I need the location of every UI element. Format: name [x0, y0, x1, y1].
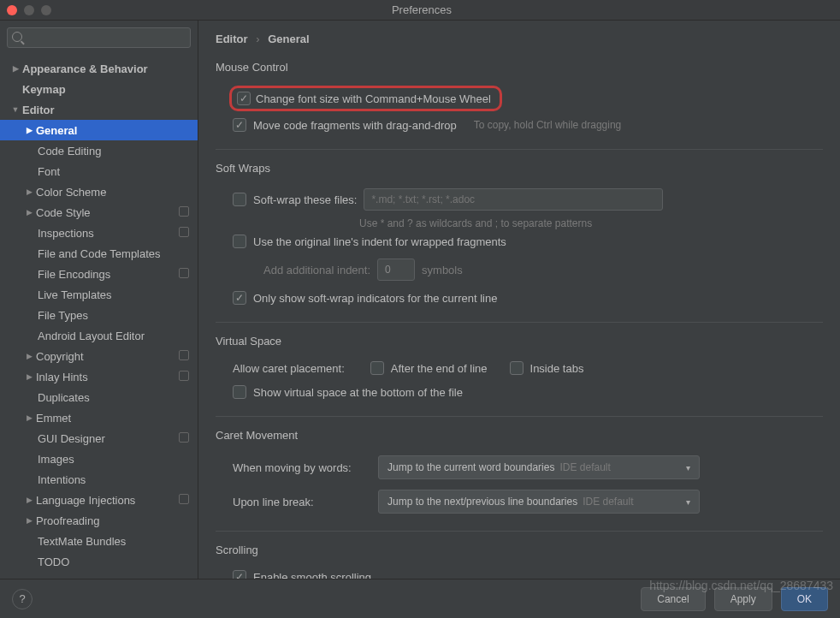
project-icon [179, 350, 189, 360]
breadcrumb-general: General [268, 33, 309, 45]
select-value: Jump to the current word boundaries [387, 461, 554, 473]
tree-label: File and Code Templates [38, 247, 161, 260]
hint-drag: To copy, hold Ctrl while dragging [474, 119, 622, 131]
tree-lang-injections[interactable]: ▶Language Injections [0, 490, 198, 510]
btn-label: Cancel [657, 593, 689, 605]
tree-general[interactable]: ▶General [0, 120, 198, 140]
checkbox-inside-tabs[interactable] [510, 361, 524, 375]
tree-images[interactable]: Images [0, 449, 198, 469]
tree-font[interactable]: Font [0, 161, 198, 181]
tree-copyright[interactable]: ▶Copyright [0, 346, 198, 366]
checkbox-softwrap-files[interactable] [233, 193, 246, 206]
breadcrumb-editor[interactable]: Editor [216, 33, 248, 45]
tree-label: Copyright [36, 350, 84, 363]
tree-label: Inspections [38, 227, 94, 240]
tree-color-scheme[interactable]: ▶Color Scheme [0, 181, 198, 202]
checkbox-after-eol[interactable] [370, 361, 384, 375]
tree-android-layout[interactable]: Android Layout Editor [0, 325, 198, 346]
tree-appearance[interactable]: ▶Appearance & Behavior [0, 58, 198, 79]
select-value: Jump to the next/previous line boundarie… [387, 496, 577, 508]
breadcrumb: Editor › General [216, 33, 823, 45]
tree-inspections[interactable]: Inspections [0, 223, 198, 243]
select-line-break[interactable]: Jump to the next/previous line boundarie… [378, 490, 700, 514]
label-line-break: Upon line break: [233, 496, 370, 508]
help-button[interactable]: ? [12, 589, 33, 609]
btn-label: OK [797, 593, 812, 605]
search-input[interactable] [7, 27, 191, 48]
hint-softwrap-wildcards: Use * and ? as wildcards and ; to separa… [359, 217, 823, 229]
tree-duplicates[interactable]: Duplicates [0, 387, 198, 407]
project-icon [179, 371, 189, 381]
content-pane: Editor › General Mouse Control Change fo… [198, 21, 840, 579]
tree-label: Code Style [36, 206, 91, 219]
cancel-button[interactable]: Cancel [641, 587, 705, 611]
tree-label: Keymap [22, 83, 66, 96]
label-move-drag: Move code fragments with drag-and-drop [253, 119, 457, 132]
tree-code-editing[interactable]: Code Editing [0, 140, 198, 161]
tree-file-types[interactable]: File Types [0, 305, 198, 325]
tree-file-templates[interactable]: File and Code Templates [0, 243, 198, 264]
tree-label: Proofreading [36, 514, 99, 527]
checkbox-show-virtual-bottom[interactable] [233, 385, 246, 399]
input-softwrap-patterns[interactable] [364, 188, 663, 211]
tree-label: GUI Designer [38, 432, 105, 445]
apply-button[interactable]: Apply [714, 587, 772, 611]
tree-gui-designer[interactable]: GUI Designer [0, 428, 198, 449]
section-virtual-space: Virtual Space [216, 335, 823, 348]
label-only-show-indicators: Only show soft-wrap indicators for the c… [253, 292, 497, 305]
label-show-virtual-bottom: Show virtual space at the bottom of the … [253, 386, 463, 399]
checkbox-use-original-indent[interactable] [233, 235, 246, 248]
ide-default-tag: IDE default [559, 461, 610, 473]
tree-live-templates[interactable]: Live Templates [0, 284, 198, 305]
section-scrolling: Scrolling [216, 544, 823, 556]
checkbox-change-font-size[interactable] [237, 92, 251, 105]
window-title: Preferences [10, 3, 833, 16]
ok-button[interactable]: OK [781, 587, 828, 611]
checkbox-only-show-indicators[interactable] [233, 291, 246, 305]
tree-label: Images [38, 453, 74, 466]
section-caret-movement: Caret Movement [216, 429, 823, 442]
sidebar: ▶Appearance & Behavior Keymap ▼Editor ▶G… [0, 21, 198, 579]
tree-keymap[interactable]: Keymap [0, 79, 198, 99]
tree-code-style[interactable]: ▶Code Style [0, 202, 198, 223]
label-inside-tabs: Inside tabs [530, 362, 584, 375]
checkbox-smooth-scrolling[interactable] [233, 570, 246, 579]
tree-label: File Types [38, 309, 88, 322]
tree-editor[interactable]: ▼Editor [0, 99, 198, 120]
tree-file-encodings[interactable]: File Encodings [0, 264, 198, 284]
tree-label: Code Editing [38, 145, 101, 157]
label-change-font-size: Change font size with Command+Mouse Whee… [256, 92, 491, 105]
chevron-right-icon: › [256, 33, 259, 45]
tree-label: General [36, 124, 77, 137]
section-mouse-control: Mouse Control [216, 61, 823, 74]
tree-emmet[interactable]: ▶Emmet [0, 407, 198, 428]
label-allow-caret: Allow caret placement: [233, 362, 345, 375]
tree-label: Language Injections [36, 494, 135, 507]
tree-textmate[interactable]: TextMate Bundles [0, 531, 198, 551]
label-softwrap-files: Soft-wrap these files: [253, 193, 357, 206]
ide-default-tag: IDE default [583, 496, 633, 508]
tree-proofreading[interactable]: ▶Proofreading [0, 510, 198, 531]
tree-label: TextMate Bundles [38, 535, 126, 548]
tree-intentions[interactable]: Intentions [0, 469, 198, 490]
tree-label: Android Layout Editor [38, 330, 145, 342]
tree-label: Intentions [38, 473, 86, 486]
tree-label: TODO [38, 556, 69, 568]
checkbox-move-drag[interactable] [233, 118, 246, 132]
project-icon [179, 494, 189, 504]
project-icon [179, 268, 189, 278]
project-icon [179, 227, 189, 237]
tree-inlay-hints[interactable]: ▶Inlay Hints [0, 366, 198, 387]
tree-todo[interactable]: TODO [0, 551, 198, 572]
input-add-indent[interactable] [377, 258, 415, 281]
select-moving-words[interactable]: Jump to the current word boundaries IDE … [378, 455, 700, 479]
label-moving-words: When moving by words: [233, 461, 370, 474]
project-icon [179, 432, 189, 443]
tree-label: File Encodings [38, 268, 110, 281]
search-icon [12, 32, 22, 42]
tree-label: Color Scheme [36, 186, 106, 199]
label-after-eol: After the end of line [391, 362, 488, 375]
label-use-original-indent: Use the original line's indent for wrapp… [253, 235, 506, 248]
settings-tree: ▶Appearance & Behavior Keymap ▼Editor ▶G… [0, 55, 198, 579]
label-symbols: symbols [422, 264, 463, 276]
